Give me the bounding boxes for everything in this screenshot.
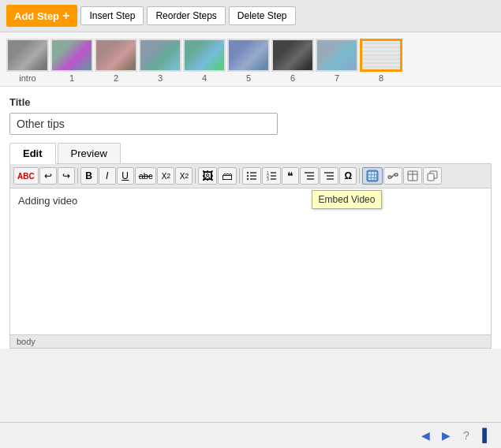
step-label-5: 5: [246, 73, 251, 83]
step-item-3[interactable]: 3: [139, 39, 181, 86]
add-step-button[interactable]: Add Step +: [6, 5, 77, 27]
step-label-2: 2: [114, 73, 118, 83]
blockquote-button[interactable]: ❝: [282, 167, 299, 185]
sep-1: [77, 168, 78, 184]
step-thumb-7[interactable]: [316, 39, 358, 72]
step-item-intro[interactable]: intro: [6, 39, 49, 86]
editor-tabs: Edit Preview: [9, 143, 492, 164]
help-icon[interactable]: ?: [458, 427, 474, 443]
steps-row: intro 1 2 3 4 5 6 7 8: [0, 32, 501, 87]
embed-video-button[interactable]: Embed Video: [362, 167, 383, 185]
svg-rect-27: [375, 178, 376, 180]
svg-rect-20: [372, 172, 374, 174]
step-item-6[interactable]: 6: [271, 39, 314, 86]
step-thumb-6[interactable]: [271, 39, 314, 72]
insert-step-button[interactable]: Insert Step: [80, 6, 144, 25]
step-thumb-5[interactable]: [227, 39, 270, 72]
step-label-4: 4: [202, 73, 207, 83]
sep-4: [359, 168, 360, 184]
editor-container: ABC ↩ ↪ B I U abc X2 X2 🖼 🗃 123 ❝: [9, 164, 492, 349]
step-label-3: 3: [158, 73, 163, 83]
delete-step-button[interactable]: Delete Step: [229, 6, 296, 25]
step-label-1: 1: [69, 73, 74, 83]
svg-rect-34: [428, 174, 434, 181]
underline-button[interactable]: U: [117, 167, 134, 185]
step-label-6: 6: [290, 73, 295, 83]
editor-content: Adding video: [18, 195, 77, 207]
copy-button[interactable]: [423, 167, 442, 185]
step-item-1[interactable]: 1: [50, 39, 93, 86]
step-thumb-1[interactable]: [50, 39, 93, 72]
nav-right-icon[interactable]: ▶: [438, 427, 454, 443]
svg-point-3: [247, 172, 249, 174]
indent-button[interactable]: [320, 167, 338, 185]
step-item-4[interactable]: 4: [183, 39, 226, 86]
spell-check-button[interactable]: ABC: [13, 167, 39, 185]
svg-rect-19: [368, 172, 371, 174]
step-thumb-8[interactable]: [360, 39, 402, 72]
main-content: Title Edit Preview ABC ↩ ↪ B I U abc X2 …: [0, 87, 501, 349]
tab-preview[interactable]: Preview: [58, 143, 121, 163]
sep-3: [239, 168, 240, 184]
editor-body[interactable]: Adding video: [10, 189, 491, 334]
action-icon[interactable]: ▌: [479, 427, 495, 443]
svg-point-4: [247, 175, 249, 177]
svg-rect-21: [375, 172, 376, 174]
step-item-2[interactable]: 2: [95, 39, 137, 86]
reorder-steps-button[interactable]: Reorder Steps: [147, 6, 225, 25]
link-button[interactable]: [383, 167, 402, 185]
nav-left-icon[interactable]: ◀: [417, 427, 433, 443]
top-toolbar: Add Step + Insert Step Reorder Steps Del…: [0, 0, 501, 32]
image2-button[interactable]: 🗃: [218, 167, 237, 185]
svg-point-5: [247, 178, 249, 180]
italic-button[interactable]: I: [99, 167, 116, 185]
svg-rect-24: [375, 175, 376, 177]
svg-rect-29: [394, 174, 398, 176]
superscript-button[interactable]: X2: [175, 167, 193, 185]
step-item-5[interactable]: 5: [227, 39, 270, 86]
step-thumb-intro[interactable]: [6, 39, 49, 72]
bold-button[interactable]: B: [80, 167, 98, 185]
add-step-label: Add Step: [14, 10, 59, 22]
editor-toolbar: ABC ↩ ↪ B I U abc X2 X2 🖼 🗃 123 ❝: [10, 164, 491, 189]
redo-button[interactable]: ↪: [58, 167, 75, 185]
step-item-7[interactable]: 7: [316, 39, 358, 86]
step-item-8[interactable]: 8: [360, 39, 402, 86]
step-label-7: 7: [335, 73, 339, 83]
title-label: Title: [9, 96, 492, 108]
unordered-list-button[interactable]: [242, 167, 261, 185]
sep-2: [195, 168, 196, 184]
svg-text:3: 3: [267, 177, 269, 181]
embed-video-tooltip: Embed Video: [312, 190, 383, 209]
step-label-8: 8: [379, 73, 383, 83]
undo-button[interactable]: ↩: [39, 167, 57, 185]
plus-icon: +: [62, 9, 69, 23]
ordered-list-button[interactable]: 123: [262, 167, 281, 185]
svg-rect-22: [368, 175, 371, 177]
table-button[interactable]: [403, 167, 422, 185]
editor-status: body: [10, 334, 491, 348]
step-label-intro: intro: [19, 73, 36, 83]
image-button[interactable]: 🖼: [198, 167, 217, 185]
bottom-toolbar: ◀ ▶ ? ▌: [0, 422, 501, 448]
title-input[interactable]: [9, 113, 278, 135]
special-chars-button[interactable]: Ω: [339, 167, 357, 185]
svg-rect-26: [372, 178, 374, 180]
svg-rect-23: [372, 175, 374, 177]
subscript-button[interactable]: X2: [157, 167, 174, 185]
tab-edit[interactable]: Edit: [9, 143, 56, 164]
step-thumb-2[interactable]: [95, 39, 137, 72]
outdent-button[interactable]: [300, 167, 319, 185]
step-thumb-4[interactable]: [183, 39, 226, 72]
svg-rect-25: [368, 178, 371, 180]
svg-rect-28: [388, 176, 391, 178]
strikethrough-button[interactable]: abc: [135, 167, 157, 185]
step-thumb-3[interactable]: [139, 39, 181, 72]
